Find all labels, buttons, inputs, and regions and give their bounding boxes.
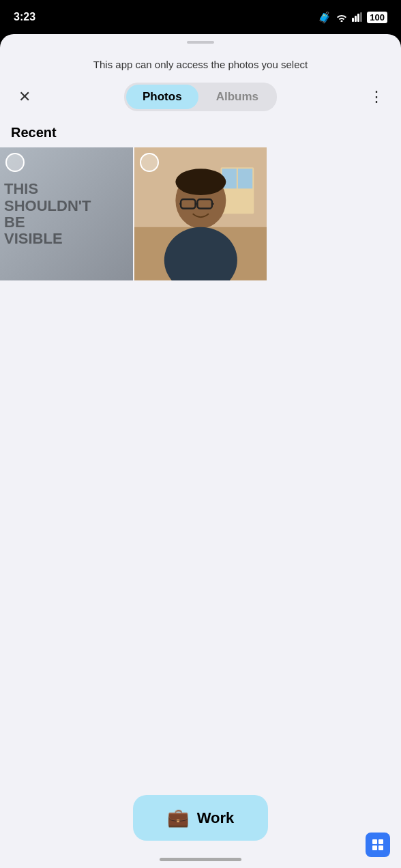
- tab-albums[interactable]: Albums: [200, 85, 275, 109]
- battery-indicator: 100: [367, 12, 387, 23]
- grid-icon: [371, 838, 385, 852]
- tab-photos[interactable]: Photos: [126, 85, 198, 109]
- briefcase-icon: 💼: [167, 807, 189, 828]
- tab-group: Photos Albums: [124, 83, 277, 111]
- svg-rect-18: [378, 839, 383, 844]
- work-button-label: Work: [197, 809, 235, 827]
- briefcase-status-icon: 🧳: [318, 11, 331, 24]
- photo-picker-sheet: This app can only access the photos you …: [0, 34, 401, 868]
- svg-rect-0: [352, 18, 354, 22]
- permission-text: This app can only access the photos you …: [0, 44, 401, 83]
- svg-rect-17: [372, 839, 377, 844]
- svg-rect-2: [357, 14, 359, 22]
- status-bar: 3:23 🧳 100: [0, 0, 401, 34]
- signal-icon: [352, 12, 363, 22]
- svg-rect-19: [372, 845, 377, 850]
- close-button[interactable]: ✕: [12, 85, 37, 109]
- photo-item-2[interactable]: [134, 147, 267, 280]
- watermark-text: THISSHOULDN'TBEVISIBLE: [4, 181, 91, 247]
- svg-point-15: [175, 169, 226, 195]
- wifi-icon: [336, 12, 348, 22]
- photo-item-1[interactable]: THISSHOULDN'TBEVISIBLE: [0, 147, 133, 280]
- tabs-row: ✕ Photos Albums ⋮: [0, 83, 401, 111]
- status-time: 3:23: [14, 11, 35, 23]
- bottom-scroll-indicator: [160, 858, 241, 861]
- more-options-button[interactable]: ⋮: [364, 85, 389, 109]
- select-circle-1: [5, 153, 25, 172]
- svg-rect-3: [360, 12, 362, 22]
- status-right: 🧳 100: [318, 11, 387, 24]
- svg-rect-20: [378, 845, 383, 850]
- photo-grid: THISSHOULDN'TBEVISIBLE: [0, 147, 401, 280]
- select-circle-2: [140, 153, 159, 172]
- recent-section-label: Recent: [0, 122, 401, 147]
- bottom-right-icon[interactable]: [366, 833, 390, 857]
- work-button[interactable]: 💼 Work: [133, 795, 269, 841]
- svg-rect-1: [355, 16, 357, 22]
- svg-rect-8: [238, 169, 252, 188]
- bottom-area: 💼 Work: [0, 795, 401, 841]
